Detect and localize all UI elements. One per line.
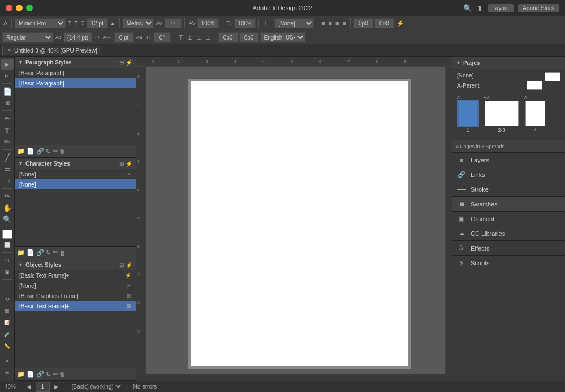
cs-edit-icon[interactable]: ✏ (53, 249, 58, 256)
os-delete-icon[interactable]: 🗑 (59, 371, 66, 378)
character-style-none-2[interactable]: [None] (15, 179, 136, 189)
line-tool-icon[interactable]: ╱ (1, 152, 14, 163)
direct-select-tool-icon[interactable]: ▹ (1, 71, 14, 81)
value-input3[interactable] (218, 32, 238, 42)
layout-button[interactable]: Layout (488, 4, 514, 12)
value-input1[interactable] (353, 18, 373, 28)
object-style-none[interactable]: [None] ✕ (15, 281, 136, 291)
cs-new-icon[interactable]: 📄 (27, 249, 34, 256)
measure-icon[interactable]: 📏 (1, 341, 14, 351)
baseline-input[interactable] (154, 32, 171, 42)
gap-tool-icon[interactable]: ⊞ (1, 98, 14, 109)
paragraph-style-basic-2[interactable]: [Basic Paragraph] (15, 78, 136, 88)
next-page-btn[interactable]: ▶ (54, 384, 59, 390)
ps-delete-icon[interactable]: 🗑 (59, 148, 66, 155)
fill-color-icon[interactable] (2, 230, 12, 239)
share-icon[interactable]: ⬆ (477, 4, 483, 12)
text-icon-bottom[interactable]: A (1, 356, 14, 367)
gradient-panel-item[interactable]: ▣ Gradient (452, 212, 565, 226)
vertical-scale-input[interactable] (234, 18, 256, 28)
align-justify2-icon[interactable]: ⊥ (204, 34, 212, 41)
align-bottom-icon[interactable]: ⊥ (195, 34, 203, 41)
transform-icon[interactable]: ⟲ (1, 294, 14, 305)
os-folder-icon[interactable]: 📁 (17, 371, 25, 378)
object-style-basic-text-frame[interactable]: [Basic Text Frame]+ ⚡ (15, 270, 136, 281)
canvas-content[interactable] (146, 67, 452, 381)
font-size-up-icon[interactable]: ▲ (109, 20, 117, 26)
prev-page-btn[interactable]: ◀ (27, 384, 31, 390)
object-styles-header[interactable]: ▼ Object Styles ⊞ ⚡ (15, 259, 136, 270)
page1-thumb[interactable]: A 1 (457, 96, 479, 133)
align-middle-icon[interactable]: ⊥ (186, 34, 194, 41)
notes-icon[interactable]: 📝 (1, 317, 14, 328)
os-new-icon[interactable]: 📄 (27, 371, 34, 378)
os-edit-icon[interactable]: ✏ (53, 371, 58, 378)
character-styles-add-btn[interactable]: ⚡ (126, 161, 132, 167)
value-input4[interactable] (239, 32, 259, 42)
pen-tool-icon[interactable]: ✒ (1, 113, 14, 124)
ps-new-icon[interactable]: 📄 (27, 148, 34, 155)
align-justify-icon[interactable]: ≡ (341, 20, 347, 27)
selection-tool-icon[interactable]: ▸ (1, 59, 14, 70)
character-styles-header[interactable]: ▼ Character Styles ⊞ ⚡ (15, 158, 136, 169)
window-controls[interactable] (6, 5, 33, 11)
kerning-input[interactable] (165, 18, 182, 28)
font-bold-icon[interactable]: T (74, 20, 79, 26)
value-input2[interactable] (374, 18, 394, 28)
character-styles-menu-btn[interactable]: ⊞ (119, 161, 124, 167)
tab-close-icon[interactable]: ✕ (7, 48, 12, 53)
cs-folder-icon[interactable]: 📁 (17, 249, 25, 256)
show-hide-icon[interactable]: 👁 (1, 368, 14, 378)
font-italic-icon[interactable]: T (80, 20, 85, 26)
minimize-button[interactable] (16, 5, 23, 11)
ps-edit-icon[interactable]: ✏ (53, 148, 58, 155)
page-tool-icon[interactable]: 📄 (1, 86, 14, 97)
frame-type-icon[interactable]: T (1, 282, 14, 293)
zoom-tool-icon[interactable]: 🔍 (1, 214, 14, 225)
object-styles-add-btn[interactable]: ⚡ (126, 262, 132, 268)
working-style-select[interactable]: [Basic] (working) (70, 383, 123, 390)
layers-panel-item[interactable]: ≡ Layers (452, 153, 565, 167)
pages-panel-header[interactable]: ▼ Pages (452, 57, 565, 69)
swatches-panel-item[interactable]: ◼ Swatches (452, 197, 565, 212)
maximize-button[interactable] (26, 5, 33, 11)
align-left-icon[interactable]: ≡ (320, 20, 326, 27)
scripts-panel-item[interactable]: $ Scripts (452, 256, 565, 270)
eyedropper-icon[interactable]: 💉 (1, 329, 14, 340)
align-top-icon[interactable]: ⊤ (177, 34, 185, 41)
cs-sync-icon[interactable]: ↻ (46, 249, 51, 256)
gradient-swatch-icon[interactable]: ▦ (1, 305, 14, 316)
font-family-select[interactable]: Minion Pro (15, 18, 66, 28)
normal-mode-icon[interactable]: ◻ (1, 255, 14, 266)
page23-thumb[interactable]: A A 2-3 (484, 96, 520, 133)
hand-tool-icon[interactable]: ✋ (1, 203, 14, 213)
fill-icon[interactable]: T (262, 20, 268, 27)
type-tool-left-icon[interactable]: T (1, 125, 14, 136)
ps-folder-icon[interactable]: 📁 (17, 148, 25, 155)
lightning-icon[interactable]: ⚡ (395, 20, 406, 27)
align-center-icon[interactable]: ≡ (327, 20, 333, 27)
horizontal-scale-input[interactable] (114, 32, 134, 42)
auto-lead-input[interactable] (64, 32, 92, 42)
align-right-icon[interactable]: ≡ (334, 20, 340, 27)
stroke-panel-item[interactable]: — Stroke (452, 182, 565, 197)
stroke-color-icon[interactable]: ⬜ (1, 240, 14, 251)
style-select2[interactable]: Regular (2, 32, 53, 42)
os-sync-icon[interactable]: ↻ (46, 371, 51, 378)
pencil-tool-icon[interactable]: ✏ (1, 136, 14, 147)
ps-link-icon[interactable]: 🔗 (36, 148, 44, 155)
ps-sync-icon[interactable]: ↻ (46, 148, 51, 155)
object-style-basic-graphics-frame[interactable]: [Basic Graphics Frame] ⊞ (15, 291, 136, 301)
cs-delete-icon[interactable]: 🗑 (59, 249, 66, 256)
case-icon[interactable]: Aa (135, 35, 144, 40)
preview-mode-icon[interactable]: ▣ (1, 267, 14, 278)
paragraph-styles-menu-btn[interactable]: ⊞ (119, 59, 124, 66)
paragraph-styles-add-btn[interactable]: ⚡ (126, 59, 132, 66)
object-style-basic-text-frame-plus[interactable]: [Basic Text Frame]+ ⊞ (15, 301, 136, 311)
adobe-stock-button[interactable]: Adobe Stock (518, 4, 559, 12)
paragraph-style-basic-1[interactable]: [Basic Paragraph] (15, 68, 136, 78)
tracking-input[interactable] (197, 18, 219, 28)
metrics-select[interactable]: Metrics (123, 18, 154, 28)
search-icon[interactable]: 🔍 (463, 4, 472, 12)
scissors-tool-icon[interactable]: ✂ (1, 191, 14, 201)
